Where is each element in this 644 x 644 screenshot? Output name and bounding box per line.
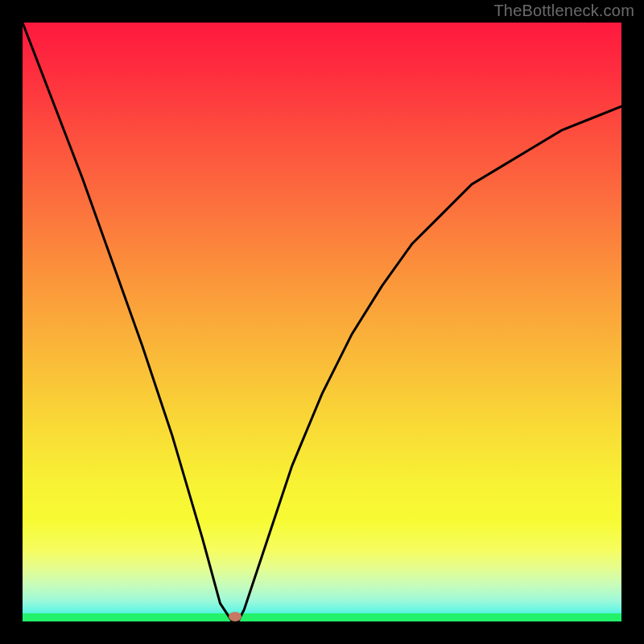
chart-container: TheBottleneck.com — [0, 0, 644, 644]
curve-svg — [23, 23, 621, 621]
watermark-text: TheBottleneck.com — [493, 2, 634, 20]
bottleneck-curve — [23, 23, 621, 621]
plot-area — [23, 23, 621, 621]
optimum-marker — [229, 612, 242, 621]
